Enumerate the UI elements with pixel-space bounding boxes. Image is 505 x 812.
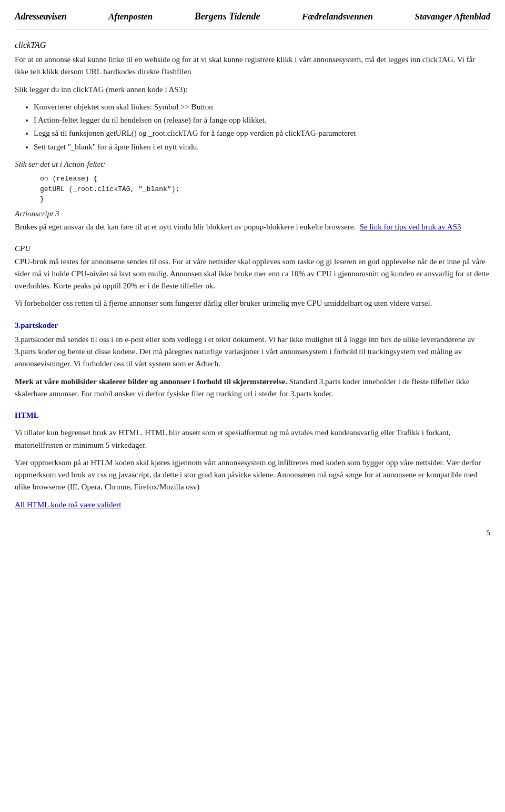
page-number-container: 5 [15, 527, 490, 539]
bullet-item-2: I Action-feltet legger du til hendelsen … [34, 114, 490, 126]
html-section: HTML Vi tillater kun begrenset bruk av H… [15, 409, 490, 511]
logo-adresseavisen: Adresseavisen [15, 9, 67, 24]
bullet-item-4: Sett target "_blank" for å åpne linken i… [34, 141, 490, 153]
as3-para: Brukes på eget ansvar da det kan føre ti… [15, 221, 490, 233]
code-block: on (release) { getURL (_root.clickTAG, "… [40, 174, 490, 205]
html-para1: Vi tillater kun begrenset bruk av HTML. … [15, 427, 490, 452]
header-logos: Adresseavisen Aftenposten Bergens Tidend… [15, 9, 490, 29]
logo-faedrelandsvennen: Fædrelandsvennen [302, 10, 373, 24]
partskoder-para2: Merk at våre mobilsider skalerer bilder … [15, 376, 490, 400]
html-bottom-link[interactable]: All HTML kode må være validert [15, 500, 121, 509]
partskoder-heading: 3.partskoder [15, 319, 490, 332]
logo-aftenposten: Aftenposten [108, 10, 153, 24]
cpu-section: CPU CPU-bruk må testes før annonsene sen… [15, 243, 490, 310]
clicktag-bullet-list: Konverterer objektet som skal linkes: Sy… [34, 101, 490, 153]
code-line-2: getURL (_root.clickTAG, "_blank"); [40, 184, 490, 195]
bullet-item-1: Konverterer objektet som skal linkes: Sy… [34, 101, 490, 113]
page-number: 5 [487, 528, 491, 537]
as3-para-text: Brukes på eget ansvar da det kan føre ti… [15, 223, 356, 231]
cpu-para1: CPU-bruk må testes før annonsene sendes … [15, 256, 490, 293]
clicktag-section: clickTAG For at en annonse skal kunne li… [15, 39, 490, 233]
partskoder-para1: 3.partskoder må sendes til oss i en e-po… [15, 334, 490, 370]
action-feltet-intro: Slik ser det ut i Action-feltet: [15, 158, 490, 171]
logo-bergens-tidende: Bergens Tidende [195, 9, 260, 24]
as3-link[interactable]: Se link for tips ved bruk av AS3 [360, 223, 461, 231]
html-bottom-link-para: All HTML kode må være validert [15, 499, 490, 511]
cpu-para2: Vi forbeholder oss retten til å fjerne a… [15, 297, 490, 309]
html-para2: Vær oppmerksom på at HTLM koden skal kjø… [15, 457, 490, 494]
cpu-heading: CPU [15, 243, 490, 255]
clicktag-heading: clickTAG [15, 39, 490, 52]
code-line-3: } [40, 194, 490, 205]
logo-stavanger-aftenblad: Stavanger Aftenblad [415, 10, 490, 24]
clicktag-para2-intro: Slik legger du inn clickTAG (merk annen … [15, 84, 490, 96]
html-heading: HTML [15, 409, 490, 422]
code-line-1: on (release) { [40, 174, 490, 184]
as3-heading-label: Actionscript 3 [15, 209, 59, 218]
clicktag-para1: For at en annonse skal kunne linke til e… [15, 54, 490, 78]
as3-heading-para: Actionscript 3 [15, 208, 490, 220]
bullet-item-3: Legg så til funksjonen getURL() og _root… [34, 127, 490, 139]
partskoder-para2-bold: Merk at våre mobilsider skalerer bilder … [15, 377, 287, 386]
partskoder-section: 3.partskoder 3.partskoder må sendes til … [15, 319, 490, 400]
